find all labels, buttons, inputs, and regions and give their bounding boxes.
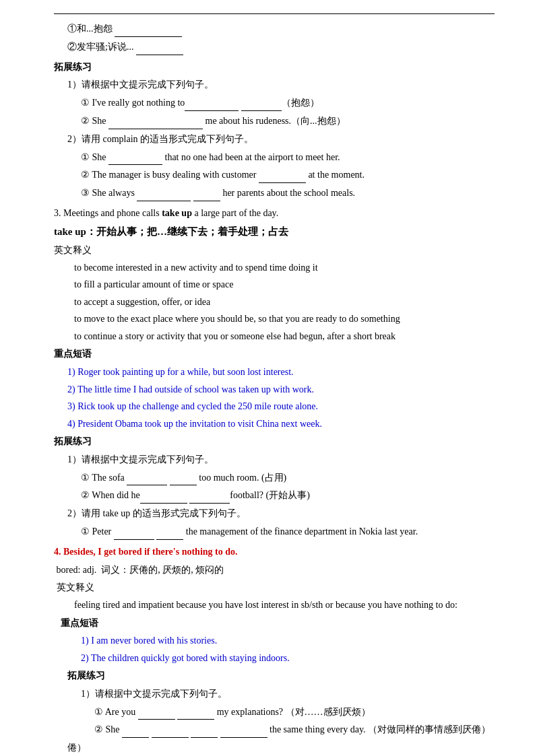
blank-10 xyxy=(193,201,220,201)
exercise1-sub2-item3: ③ She always her parents about the schoo… xyxy=(54,185,495,201)
exercise4-sub1-label: 1）请根据中文提示完成下列句子。 xyxy=(54,686,495,702)
bored-eng-def: feeling tired and impatient because you … xyxy=(54,598,495,613)
blank-4 xyxy=(241,110,282,111)
blank-7 xyxy=(108,164,162,165)
exercise1-sub2-label: 2）请用 complain 的适当形式完成下列句子。 xyxy=(54,131,495,147)
take-up-bold: take up xyxy=(162,208,192,218)
exercise3-item1: ① The sofa too much room. (占用) xyxy=(54,470,495,486)
exercise3-title: 拓展练习 xyxy=(54,434,495,450)
exercise1-item1: ① I've really got nothing to （抱怨） xyxy=(54,95,495,111)
key-phrase-label: 重点短语 xyxy=(54,346,495,362)
blank-15 xyxy=(114,539,154,540)
exercise3-sub1-label: 1）请根据中文提示完成下列句子。 xyxy=(54,452,495,468)
blank-22 xyxy=(220,737,268,738)
exercise1-title: 拓展练习 xyxy=(54,59,495,75)
bored-key-1: 1) I am never bored with his stories. xyxy=(54,633,495,649)
intro-item-1: ①和...抱怨 xyxy=(54,21,495,37)
blank-2 xyxy=(136,55,183,55)
exercise1-section: 拓展练习 1）请根据中文提示完成下列句子。 ① I've really got … xyxy=(54,59,495,201)
blank-16 xyxy=(156,539,183,540)
exercise1-sub1-label: 1）请根据中文提示完成下列句子。 xyxy=(54,77,495,93)
eng-def-3: to accept a suggestion, offer, or idea xyxy=(54,295,495,310)
blank-6 xyxy=(162,129,203,129)
key-phrase-4: 4) President Obama took up the invitatio… xyxy=(54,416,495,432)
key-phrase-1: 1) Roger took painting up for a while, b… xyxy=(54,364,495,380)
section3-main: 3. Meetings and phone calls take up a la… xyxy=(54,205,495,221)
intro-section: ①和...抱怨 ②发牢骚;诉说... xyxy=(54,21,495,55)
exercise4-item2: ② She the same thing every day. （对做同样的事情… xyxy=(54,722,495,738)
intro-item-2: ②发牢骚;诉说... xyxy=(54,39,495,55)
eng-def-2: to fill a particular amount of time or s… xyxy=(54,277,495,292)
eng-def-label: 英文释义 xyxy=(54,242,495,259)
exercise4-item1: ① Are you my explanations? （对……感到厌烦） xyxy=(54,704,495,720)
eng-def-5: to continue a story or activity that you… xyxy=(54,329,495,344)
blank-14 xyxy=(189,503,230,504)
blank-5 xyxy=(108,129,162,129)
blank-18 xyxy=(177,719,214,720)
top-divider xyxy=(54,13,495,14)
exercise4-item2-cont: 倦） xyxy=(54,740,495,756)
eng-def-label-4: 英文释义 xyxy=(54,580,495,596)
blank-21 xyxy=(191,737,218,738)
exercise1-sub2-item2: ② The manager is busy dealing with custo… xyxy=(54,167,495,183)
exercise1-sub2-item1: ① She that no one had been at the airpor… xyxy=(54,149,495,166)
exercise4-title: 拓展练习 xyxy=(54,668,495,684)
blank-3 xyxy=(185,110,239,111)
eng-def-4: to move to the exact place where you sho… xyxy=(54,312,495,327)
blank-1 xyxy=(115,36,182,37)
exercise3-sub2-label: 2）请用 take up 的适当形式完成下列句子。 xyxy=(54,506,495,522)
bored-def: bored: adj. 词义：厌倦的, 厌烦的, 烦闷的 xyxy=(54,562,495,578)
key-phrase-2: 2) The little time I had outside of scho… xyxy=(54,382,495,398)
blank-9 xyxy=(137,201,191,201)
exercise3-item2: ② When did he football? (开始从事) xyxy=(54,487,495,504)
section4: 4. Besides, I get bored if there's nothi… xyxy=(54,544,495,756)
blank-20 xyxy=(152,737,189,738)
exercise3-sub2-item1: ① Peter the management of the finance de… xyxy=(54,524,495,540)
key-phrase-label-4: 重点短语 xyxy=(61,615,495,631)
blank-12 xyxy=(170,485,197,485)
blank-11 xyxy=(127,485,167,485)
section3: 3. Meetings and phone calls take up a la… xyxy=(54,205,495,540)
blank-13 xyxy=(140,503,187,504)
blank-19 xyxy=(122,737,149,738)
take-up-title: take up：开始从事；把…继续下去；着手处理；占去 xyxy=(54,224,495,241)
eng-def-1: to become interested in a new activity a… xyxy=(54,261,495,275)
exercise1-item2: ② She me about his rudeness.（向...抱怨） xyxy=(54,113,495,129)
blank-17 xyxy=(138,719,175,720)
section4-main: 4. Besides, I get bored if there's nothi… xyxy=(54,544,495,560)
blank-8 xyxy=(259,182,306,183)
key-phrase-3: 3) Rick took up the challenge and cycled… xyxy=(54,399,495,415)
bored-key-2: 2) The children quickly got bored with s… xyxy=(54,650,495,666)
